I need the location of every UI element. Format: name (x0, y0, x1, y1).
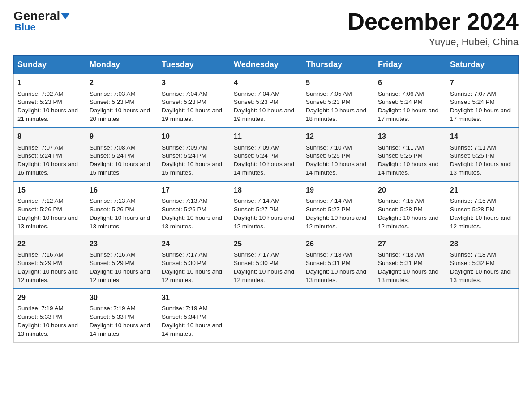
calendar-day-cell (374, 289, 446, 342)
col-thursday: Thursday (302, 56, 374, 74)
sunset-text: Sunset: 5:29 PM (90, 260, 134, 266)
sunrise-text: Sunrise: 7:13 AM (90, 197, 136, 204)
sunset-text: Sunset: 5:25 PM (306, 152, 351, 159)
sunrise-text: Sunrise: 7:02 AM (17, 90, 64, 97)
day-number: 9 (90, 132, 154, 141)
sunrise-text: Sunrise: 7:11 AM (450, 144, 496, 151)
col-wednesday: Wednesday (230, 56, 302, 74)
day-number: 7 (450, 78, 515, 88)
col-saturday: Saturday (446, 56, 519, 74)
sunset-text: Sunset: 5:29 PM (17, 260, 62, 266)
daylight-text: Daylight: 10 hours and 21 minutes. (17, 107, 78, 122)
daylight-text: Daylight: 10 hours and 13 minutes. (378, 268, 438, 283)
sunrise-text: Sunrise: 7:14 AM (234, 197, 280, 204)
calendar-day-cell: 2Sunrise: 7:03 AMSunset: 5:23 PMDaylight… (86, 74, 158, 128)
col-monday: Monday (86, 56, 158, 74)
daylight-text: Daylight: 10 hours and 12 minutes. (162, 268, 222, 283)
sunset-text: Sunset: 5:23 PM (162, 98, 206, 105)
calendar-table: Sunday Monday Tuesday Wednesday Thursday… (13, 55, 519, 342)
calendar-day-cell: 27Sunrise: 7:18 AMSunset: 5:31 PMDayligh… (374, 235, 446, 289)
sunrise-text: Sunrise: 7:16 AM (17, 251, 64, 258)
daylight-text: Daylight: 10 hours and 16 minutes. (17, 161, 78, 176)
daylight-text: Daylight: 10 hours and 12 minutes. (450, 214, 511, 230)
day-number: 5 (306, 78, 370, 88)
sunset-text: Sunset: 5:31 PM (378, 260, 423, 266)
daylight-text: Daylight: 10 hours and 13 minutes. (17, 322, 78, 337)
sunset-text: Sunset: 5:23 PM (306, 98, 351, 105)
sunrise-text: Sunrise: 7:07 AM (17, 144, 64, 151)
calendar-day-cell (302, 289, 374, 342)
sunrise-text: Sunrise: 7:17 AM (234, 251, 280, 258)
sunset-text: Sunset: 5:34 PM (162, 313, 206, 320)
sunset-text: Sunset: 5:32 PM (450, 260, 495, 266)
sunrise-text: Sunrise: 7:19 AM (162, 305, 208, 312)
logo-blue-text: Blue (14, 21, 36, 33)
calendar-week-row: 15Sunrise: 7:12 AMSunset: 5:26 PMDayligh… (14, 181, 519, 235)
daylight-text: Daylight: 10 hours and 13 minutes. (90, 214, 150, 230)
sunset-text: Sunset: 5:23 PM (90, 98, 134, 105)
calendar-day-cell: 12Sunrise: 7:10 AMSunset: 5:25 PMDayligh… (302, 128, 374, 181)
logo: General Blue (13, 9, 70, 33)
day-number: 2 (90, 78, 154, 88)
sunset-text: Sunset: 5:27 PM (234, 206, 279, 213)
sunrise-text: Sunrise: 7:08 AM (90, 144, 136, 151)
sunset-text: Sunset: 5:33 PM (17, 313, 62, 320)
day-number: 23 (90, 239, 154, 249)
calendar-day-cell: 6Sunrise: 7:06 AMSunset: 5:24 PMDaylight… (374, 74, 446, 128)
calendar-day-cell: 5Sunrise: 7:05 AMSunset: 5:23 PMDaylight… (302, 74, 374, 128)
day-number: 10 (162, 132, 226, 141)
daylight-text: Daylight: 10 hours and 12 minutes. (234, 268, 294, 283)
day-number: 31 (162, 293, 226, 303)
day-number: 22 (17, 239, 82, 249)
sunrise-text: Sunrise: 7:15 AM (378, 197, 424, 204)
day-number: 27 (378, 239, 442, 249)
calendar-day-cell: 7Sunrise: 7:07 AMSunset: 5:24 PMDaylight… (446, 74, 519, 128)
col-sunday: Sunday (14, 56, 86, 74)
calendar-day-cell: 13Sunrise: 7:11 AMSunset: 5:25 PMDayligh… (374, 128, 446, 181)
daylight-text: Daylight: 10 hours and 19 minutes. (234, 107, 294, 122)
calendar-day-cell: 15Sunrise: 7:12 AMSunset: 5:26 PMDayligh… (14, 181, 86, 235)
calendar-day-cell: 19Sunrise: 7:14 AMSunset: 5:27 PMDayligh… (302, 181, 374, 235)
sunset-text: Sunset: 5:30 PM (234, 260, 279, 266)
sunset-text: Sunset: 5:30 PM (162, 260, 206, 266)
calendar-day-cell: 11Sunrise: 7:09 AMSunset: 5:24 PMDayligh… (230, 128, 302, 181)
calendar-day-cell: 25Sunrise: 7:17 AMSunset: 5:30 PMDayligh… (230, 235, 302, 289)
calendar-day-cell (446, 289, 519, 342)
sunset-text: Sunset: 5:31 PM (306, 260, 351, 266)
daylight-text: Daylight: 10 hours and 12 minutes. (17, 268, 78, 283)
sunrise-text: Sunrise: 7:09 AM (162, 144, 208, 151)
calendar-day-cell: 28Sunrise: 7:18 AMSunset: 5:32 PMDayligh… (446, 235, 519, 289)
daylight-text: Daylight: 10 hours and 14 minutes. (234, 161, 294, 176)
calendar-day-cell: 24Sunrise: 7:17 AMSunset: 5:30 PMDayligh… (158, 235, 230, 289)
day-number: 14 (450, 132, 515, 141)
sunrise-text: Sunrise: 7:06 AM (378, 90, 424, 97)
daylight-text: Daylight: 10 hours and 13 minutes. (450, 161, 511, 176)
calendar-header-row: Sunday Monday Tuesday Wednesday Thursday… (14, 56, 519, 74)
day-number: 16 (90, 185, 154, 195)
day-number: 18 (234, 185, 298, 195)
day-number: 21 (450, 185, 515, 195)
sunrise-text: Sunrise: 7:19 AM (90, 305, 136, 312)
month-title: December 2024 (348, 9, 519, 34)
sunset-text: Sunset: 5:25 PM (378, 152, 423, 159)
calendar-day-cell: 3Sunrise: 7:04 AMSunset: 5:23 PMDaylight… (158, 74, 230, 128)
calendar-day-cell: 8Sunrise: 7:07 AMSunset: 5:24 PMDaylight… (14, 128, 86, 181)
calendar-day-cell: 23Sunrise: 7:16 AMSunset: 5:29 PMDayligh… (86, 235, 158, 289)
daylight-text: Daylight: 10 hours and 14 minutes. (378, 161, 438, 176)
logo-arrow-icon (61, 13, 70, 19)
sunrise-text: Sunrise: 7:18 AM (306, 251, 352, 258)
title-area: December 2024 Yuyue, Hubei, China (348, 9, 519, 48)
sunset-text: Sunset: 5:26 PM (90, 206, 134, 213)
calendar-week-row: 22Sunrise: 7:16 AMSunset: 5:29 PMDayligh… (14, 235, 519, 289)
sunset-text: Sunset: 5:26 PM (17, 206, 62, 213)
day-number: 17 (162, 185, 226, 195)
daylight-text: Daylight: 10 hours and 17 minutes. (378, 107, 438, 122)
day-number: 1 (17, 78, 82, 88)
daylight-text: Daylight: 10 hours and 12 minutes. (378, 214, 438, 230)
daylight-text: Daylight: 10 hours and 12 minutes. (306, 214, 366, 230)
day-number: 30 (90, 293, 154, 303)
daylight-text: Daylight: 10 hours and 13 minutes. (306, 268, 366, 283)
sunrise-text: Sunrise: 7:12 AM (17, 197, 64, 204)
sunset-text: Sunset: 5:24 PM (17, 152, 62, 159)
sunset-text: Sunset: 5:24 PM (162, 152, 206, 159)
